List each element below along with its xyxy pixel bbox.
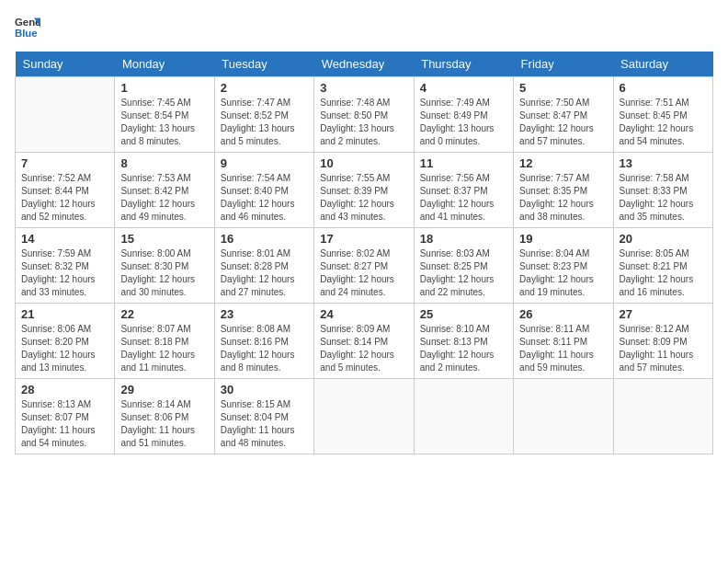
- calendar-cell: 6Sunrise: 7:51 AM Sunset: 8:45 PM Daylig…: [613, 77, 712, 153]
- calendar-cell: 26Sunrise: 8:11 AM Sunset: 8:11 PM Dayli…: [514, 304, 613, 379]
- calendar-cell: 14Sunrise: 7:59 AM Sunset: 8:32 PM Dayli…: [16, 228, 115, 304]
- cell-info: Sunrise: 8:08 AM Sunset: 8:16 PM Dayligh…: [221, 323, 308, 374]
- day-number: 5: [519, 81, 607, 95]
- calendar-cell: 29Sunrise: 8:14 AM Sunset: 8:06 PM Dayli…: [115, 379, 214, 454]
- day-number: 6: [620, 81, 707, 95]
- cell-info: Sunrise: 8:05 AM Sunset: 8:21 PM Dayligh…: [620, 247, 707, 299]
- cell-info: Sunrise: 7:55 AM Sunset: 8:39 PM Dayligh…: [320, 172, 407, 224]
- logo-icon: General Blue: [15, 15, 40, 40]
- cell-info: Sunrise: 7:52 AM Sunset: 8:44 PM Dayligh…: [21, 172, 108, 224]
- cell-info: Sunrise: 7:49 AM Sunset: 8:49 PM Dayligh…: [420, 97, 507, 148]
- day-number: 8: [120, 156, 208, 170]
- day-number: 24: [320, 307, 407, 321]
- day-number: 28: [21, 383, 108, 396]
- day-number: 23: [221, 307, 308, 321]
- cell-info: Sunrise: 8:07 AM Sunset: 8:18 PM Dayligh…: [120, 323, 208, 374]
- calendar-cell: [314, 379, 414, 454]
- calendar-cell: 20Sunrise: 8:05 AM Sunset: 8:21 PM Dayli…: [613, 228, 712, 304]
- cell-info: Sunrise: 8:03 AM Sunset: 8:25 PM Dayligh…: [420, 247, 507, 299]
- cell-info: Sunrise: 8:00 AM Sunset: 8:30 PM Dayligh…: [120, 247, 208, 299]
- day-number: 22: [120, 307, 208, 321]
- day-number: 13: [620, 156, 707, 170]
- calendar-week-1: 1Sunrise: 7:45 AM Sunset: 8:54 PM Daylig…: [16, 77, 713, 153]
- weekday-header-saturday: Saturday: [613, 52, 712, 77]
- cell-info: Sunrise: 7:47 AM Sunset: 8:52 PM Dayligh…: [221, 97, 308, 148]
- calendar-cell: 19Sunrise: 8:04 AM Sunset: 8:23 PM Dayli…: [514, 228, 613, 304]
- calendar-cell: 30Sunrise: 8:15 AM Sunset: 8:04 PM Dayli…: [214, 379, 313, 454]
- weekday-header-sunday: Sunday: [16, 52, 115, 77]
- calendar-week-3: 14Sunrise: 7:59 AM Sunset: 8:32 PM Dayli…: [16, 228, 713, 304]
- day-number: 29: [120, 383, 208, 396]
- calendar-cell: 21Sunrise: 8:06 AM Sunset: 8:20 PM Dayli…: [16, 304, 115, 379]
- cell-info: Sunrise: 7:54 AM Sunset: 8:40 PM Dayligh…: [221, 172, 308, 224]
- svg-text:Blue: Blue: [15, 28, 38, 39]
- cell-info: Sunrise: 7:50 AM Sunset: 8:47 PM Dayligh…: [519, 97, 607, 148]
- cell-info: Sunrise: 7:56 AM Sunset: 8:37 PM Dayligh…: [420, 172, 507, 224]
- calendar-cell: 27Sunrise: 8:12 AM Sunset: 8:09 PM Dayli…: [613, 304, 712, 379]
- day-number: 15: [120, 232, 208, 246]
- day-number: 20: [620, 232, 707, 246]
- day-number: 11: [420, 156, 507, 170]
- day-number: 1: [120, 81, 208, 95]
- day-number: 9: [221, 156, 308, 170]
- calendar-cell: 16Sunrise: 8:01 AM Sunset: 8:28 PM Dayli…: [214, 228, 313, 304]
- day-number: 2: [221, 81, 308, 95]
- cell-info: Sunrise: 8:04 AM Sunset: 8:23 PM Dayligh…: [519, 247, 607, 299]
- calendar-cell: 12Sunrise: 7:57 AM Sunset: 8:35 PM Dayli…: [514, 153, 613, 228]
- day-number: 25: [420, 307, 507, 321]
- cell-info: Sunrise: 7:48 AM Sunset: 8:50 PM Dayligh…: [320, 97, 407, 148]
- calendar-cell: 4Sunrise: 7:49 AM Sunset: 8:49 PM Daylig…: [414, 77, 513, 153]
- calendar-cell: 23Sunrise: 8:08 AM Sunset: 8:16 PM Dayli…: [214, 304, 313, 379]
- calendar-cell: 3Sunrise: 7:48 AM Sunset: 8:50 PM Daylig…: [314, 77, 414, 153]
- cell-info: Sunrise: 7:45 AM Sunset: 8:54 PM Dayligh…: [120, 97, 208, 148]
- cell-info: Sunrise: 7:58 AM Sunset: 8:33 PM Dayligh…: [620, 172, 707, 224]
- calendar-cell: 5Sunrise: 7:50 AM Sunset: 8:47 PM Daylig…: [514, 77, 613, 153]
- calendar-cell: 10Sunrise: 7:55 AM Sunset: 8:39 PM Dayli…: [314, 153, 414, 228]
- cell-info: Sunrise: 8:10 AM Sunset: 8:13 PM Dayligh…: [420, 323, 507, 374]
- calendar-cell: 8Sunrise: 7:53 AM Sunset: 8:42 PM Daylig…: [115, 153, 214, 228]
- day-number: 16: [221, 232, 308, 246]
- calendar-cell: 9Sunrise: 7:54 AM Sunset: 8:40 PM Daylig…: [214, 153, 313, 228]
- day-number: 12: [519, 156, 607, 170]
- logo: General Blue: [15, 15, 44, 40]
- calendar-cell: [514, 379, 613, 454]
- day-number: 18: [420, 232, 507, 246]
- calendar-cell: 1Sunrise: 7:45 AM Sunset: 8:54 PM Daylig…: [115, 77, 214, 153]
- calendar-cell: 15Sunrise: 8:00 AM Sunset: 8:30 PM Dayli…: [115, 228, 214, 304]
- cell-info: Sunrise: 7:51 AM Sunset: 8:45 PM Dayligh…: [620, 97, 707, 148]
- day-number: 30: [221, 383, 308, 396]
- cell-info: Sunrise: 8:15 AM Sunset: 8:04 PM Dayligh…: [221, 398, 308, 450]
- calendar-table: SundayMondayTuesdayWednesdayThursdayFrid…: [15, 52, 713, 454]
- day-number: 4: [420, 81, 507, 95]
- calendar-cell: 17Sunrise: 8:02 AM Sunset: 8:27 PM Dayli…: [314, 228, 414, 304]
- calendar-cell: [613, 379, 712, 454]
- day-number: 14: [21, 232, 108, 246]
- weekday-header-wednesday: Wednesday: [314, 52, 414, 77]
- calendar-cell: 13Sunrise: 7:58 AM Sunset: 8:33 PM Dayli…: [613, 153, 712, 228]
- calendar-cell: [16, 77, 115, 153]
- calendar-cell: 24Sunrise: 8:09 AM Sunset: 8:14 PM Dayli…: [314, 304, 414, 379]
- calendar-cell: 25Sunrise: 8:10 AM Sunset: 8:13 PM Dayli…: [414, 304, 513, 379]
- cell-info: Sunrise: 7:53 AM Sunset: 8:42 PM Dayligh…: [120, 172, 208, 224]
- cell-info: Sunrise: 8:06 AM Sunset: 8:20 PM Dayligh…: [21, 323, 108, 374]
- weekday-header-monday: Monday: [115, 52, 214, 77]
- calendar-cell: 22Sunrise: 8:07 AM Sunset: 8:18 PM Dayli…: [115, 304, 214, 379]
- calendar-cell: [414, 379, 513, 454]
- calendar-week-4: 21Sunrise: 8:06 AM Sunset: 8:20 PM Dayli…: [16, 304, 713, 379]
- day-number: 19: [519, 232, 607, 246]
- day-number: 26: [519, 307, 607, 321]
- page-header: General Blue: [15, 15, 713, 40]
- cell-info: Sunrise: 8:09 AM Sunset: 8:14 PM Dayligh…: [320, 323, 407, 374]
- day-number: 7: [21, 156, 108, 170]
- weekday-header-friday: Friday: [514, 52, 613, 77]
- calendar-cell: 28Sunrise: 8:13 AM Sunset: 8:07 PM Dayli…: [16, 379, 115, 454]
- weekday-header-tuesday: Tuesday: [214, 52, 313, 77]
- cell-info: Sunrise: 8:11 AM Sunset: 8:11 PM Dayligh…: [519, 323, 607, 374]
- weekday-header-thursday: Thursday: [414, 52, 513, 77]
- cell-info: Sunrise: 8:02 AM Sunset: 8:27 PM Dayligh…: [320, 247, 407, 299]
- calendar-cell: 2Sunrise: 7:47 AM Sunset: 8:52 PM Daylig…: [214, 77, 313, 153]
- cell-info: Sunrise: 8:13 AM Sunset: 8:07 PM Dayligh…: [21, 398, 108, 450]
- calendar-week-2: 7Sunrise: 7:52 AM Sunset: 8:44 PM Daylig…: [16, 153, 713, 228]
- cell-info: Sunrise: 8:01 AM Sunset: 8:28 PM Dayligh…: [221, 247, 308, 299]
- calendar-cell: 11Sunrise: 7:56 AM Sunset: 8:37 PM Dayli…: [414, 153, 513, 228]
